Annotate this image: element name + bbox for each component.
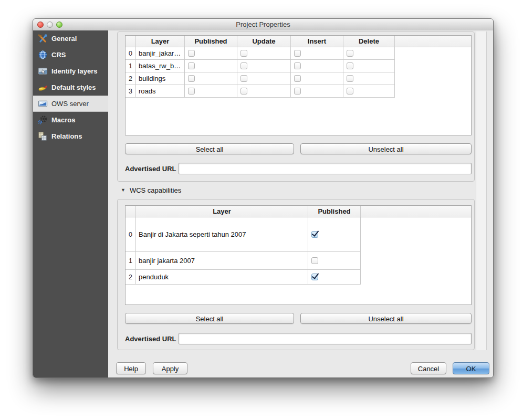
- wcs-advertised-url-input[interactable]: [179, 333, 472, 344]
- sidebar-item-macros[interactable]: Macros: [33, 112, 108, 128]
- published-checkbox[interactable]: [311, 231, 318, 238]
- sidebar-item-label: Relations: [51, 132, 82, 140]
- published-checkbox[interactable]: [188, 50, 195, 57]
- ows-server-icon: [37, 99, 48, 109]
- delete-checkbox[interactable]: [347, 50, 353, 57]
- row-number: 1: [125, 252, 136, 270]
- column-header-layer[interactable]: Layer: [136, 206, 308, 217]
- column-header-update[interactable]: Update: [237, 36, 291, 47]
- relations-icon: [37, 131, 48, 142]
- row-number: 2: [125, 72, 136, 85]
- table-row[interactable]: 0 Banjir di Jakarta seperti tahun 2007: [125, 217, 361, 252]
- apply-button[interactable]: Apply: [153, 362, 187, 374]
- ok-button[interactable]: OK: [453, 362, 489, 374]
- sidebar-item-general[interactable]: General: [33, 30, 108, 47]
- update-checkbox[interactable]: [240, 62, 247, 69]
- sidebar-item-ows-server[interactable]: OWS server: [33, 96, 108, 112]
- sidebar-item-label: Default styles: [51, 83, 96, 91]
- titlebar[interactable]: Project Properties: [33, 19, 493, 31]
- wfs-advertised-url-label: Advertised URL: [125, 165, 176, 173]
- ows-server-page: Layer Published Update Insert Delete 0 b…: [108, 30, 493, 377]
- wcs-capabilities-section-header[interactable]: ▼ WCS capabilities: [121, 186, 181, 194]
- insert-checkbox[interactable]: [294, 88, 301, 94]
- macros-icon: [37, 115, 48, 125]
- published-checkbox[interactable]: [188, 75, 195, 82]
- published-checkbox[interactable]: [188, 88, 195, 94]
- wcs-table-header: Layer Published: [125, 206, 471, 217]
- table-row[interactable]: 0 banjir_jakar…: [125, 47, 395, 60]
- identify-layers-icon: [37, 66, 48, 77]
- table-row[interactable]: 2 buildings: [125, 72, 395, 85]
- wfs-unselect-all-button[interactable]: Unselect all: [300, 143, 472, 154]
- delete-checkbox[interactable]: [347, 62, 353, 69]
- wfs-layers-table: Layer Published Update Insert Delete 0 b…: [125, 35, 472, 135]
- wfs-advertised-url-input[interactable]: [179, 163, 472, 174]
- column-header-delete[interactable]: Delete: [343, 36, 395, 47]
- wfs-table-header: Layer Published Update Insert Delete: [125, 36, 471, 47]
- scrollbar-track[interactable]: [476, 32, 487, 350]
- column-header-layer[interactable]: Layer: [136, 36, 185, 47]
- layer-name-cell: penduduk: [136, 270, 308, 285]
- wcs-capabilities-title: WCS capabilities: [130, 186, 181, 194]
- table-row[interactable]: 3 roads: [125, 85, 395, 98]
- header-filler: [361, 206, 471, 217]
- wfs-select-all-button[interactable]: Select all: [125, 143, 294, 154]
- crs-icon: [37, 50, 48, 60]
- help-button[interactable]: Help: [116, 362, 146, 374]
- sidebar-item-identify-layers[interactable]: Identify layers: [33, 63, 108, 79]
- default-styles-icon: [37, 82, 48, 93]
- delete-checkbox[interactable]: [347, 88, 353, 94]
- corner-header-cell: [125, 36, 136, 47]
- general-icon: [37, 34, 48, 44]
- dialog-body: General CRS: [33, 30, 493, 377]
- insert-checkbox[interactable]: [294, 75, 301, 82]
- layer-name-cell: Banjir di Jakarta seperti tahun 2007: [136, 217, 308, 252]
- sidebar-item-label: OWS server: [51, 100, 89, 108]
- sidebar-item-relations[interactable]: Relations: [33, 128, 108, 144]
- layer-name-cell: roads: [136, 85, 185, 98]
- header-filler: [395, 36, 471, 47]
- wcs-advertised-url-label: Advertised URL: [125, 335, 176, 343]
- row-number: 0: [125, 47, 136, 60]
- sidebar-item-label: General: [51, 35, 77, 43]
- insert-checkbox[interactable]: [294, 50, 301, 57]
- column-header-published[interactable]: Published: [308, 206, 361, 217]
- layer-name-cell: banjir jakarta 2007: [136, 252, 308, 270]
- table-row[interactable]: 2 penduduk: [125, 270, 361, 285]
- column-header-insert[interactable]: Insert: [291, 36, 343, 47]
- row-number: 3: [125, 85, 136, 98]
- project-properties-dialog: Project Properties General: [33, 18, 494, 378]
- row-number: 0: [125, 217, 136, 252]
- wcs-unselect-all-button[interactable]: Unselect all: [300, 313, 472, 324]
- sidebar-item-label: Identify layers: [51, 67, 97, 75]
- published-checkbox[interactable]: [188, 62, 195, 69]
- sidebar-item-label: CRS: [51, 51, 66, 59]
- collapse-arrow-icon[interactable]: ▼: [121, 187, 125, 193]
- update-checkbox[interactable]: [240, 50, 247, 57]
- table-row[interactable]: 1 banjir jakarta 2007: [125, 252, 361, 270]
- cancel-button[interactable]: Cancel: [411, 362, 446, 374]
- window-title: Project Properties: [33, 19, 493, 30]
- update-checkbox[interactable]: [240, 88, 247, 94]
- column-header-published[interactable]: Published: [185, 36, 237, 47]
- desktop-background: Project Properties General: [0, 0, 523, 420]
- layer-name-cell: batas_rw_b…: [136, 60, 185, 72]
- layer-name-cell: banjir_jakar…: [136, 47, 185, 60]
- sidebar-item-default-styles[interactable]: Default styles: [33, 79, 108, 96]
- published-checkbox[interactable]: [311, 274, 318, 280]
- sidebar-item-crs[interactable]: CRS: [33, 47, 108, 63]
- corner-header-cell: [125, 206, 136, 217]
- update-checkbox[interactable]: [240, 75, 247, 82]
- delete-checkbox[interactable]: [347, 75, 353, 82]
- sidebar: General CRS: [33, 30, 109, 377]
- published-checkbox[interactable]: [311, 257, 318, 264]
- wcs-select-all-button[interactable]: Select all: [125, 313, 294, 324]
- insert-checkbox[interactable]: [294, 62, 301, 69]
- wcs-layers-table: Layer Published 0 Banjir di Jakarta sepe…: [125, 205, 472, 305]
- layer-name-cell: buildings: [136, 72, 185, 85]
- sidebar-item-label: Macros: [51, 116, 76, 124]
- row-number: 2: [125, 270, 136, 285]
- row-number: 1: [125, 60, 136, 72]
- table-row[interactable]: 1 batas_rw_b…: [125, 60, 395, 72]
